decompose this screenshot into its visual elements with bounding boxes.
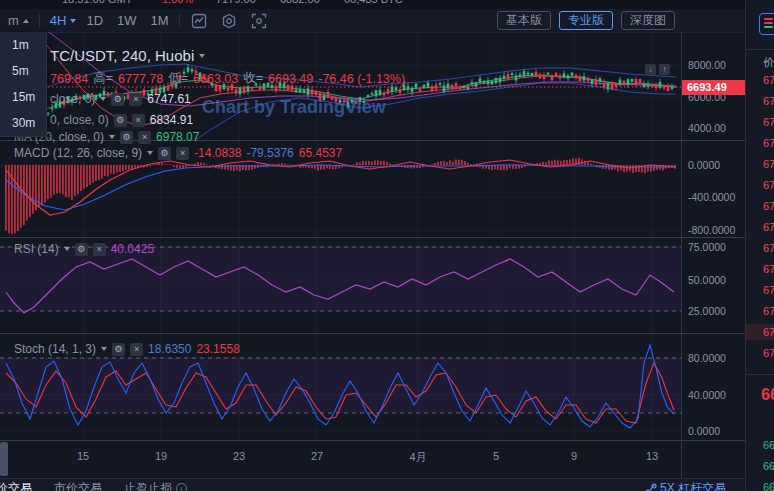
interval-option-30m[interactable]: 30m [0,110,46,136]
orderbook-ask-row[interactable]: 67 [746,198,774,214]
indicator-icon[interactable] [190,12,208,30]
orderbook-bid-row[interactable]: 66 [746,437,774,453]
close-icon[interactable]: × [132,114,145,127]
orderbook-ask-row[interactable]: 67 [746,114,774,130]
close-icon[interactable]: × [138,131,151,144]
ma2-legend: 0, close, 0) ⚙ × 6834.91 [50,113,193,127]
ticker-value: 6882.00 [280,0,320,5]
x-axis-scrollbar-handle[interactable] [0,442,8,476]
x-axis-tick: 15 [68,450,98,462]
trade-tab[interactable]: 限价交易 [0,480,32,491]
panel-divider [0,440,745,441]
y-axis-tick: 0.0000 [688,425,720,437]
arrow-up-badge-icon[interactable]: ↑ [659,64,670,75]
chevron-down-icon [70,19,76,23]
x-axis-tick: 5 [481,450,511,462]
gear-icon[interactable]: ⚙ [120,131,133,144]
settings-icon[interactable] [220,12,238,30]
chevron-down-icon [101,347,107,351]
ohlc-segment: 769.84 [50,72,88,86]
orderbook-bid-row[interactable]: 66 [746,458,774,474]
ohlc-readout: 769.84高=6777.78低=6663.03收=6693.49-76.46 … [50,70,405,87]
x-axis-tick: 4月 [403,450,433,465]
orderbook-ask-row[interactable]: 67 [746,219,774,235]
chevron-down-icon [109,135,115,139]
screenshot-icon[interactable] [250,12,268,30]
orderbook-ask-row[interactable]: 67 [746,93,774,109]
chevron-down-icon [100,97,106,101]
orderbook-ask-row[interactable]: 67 [746,261,774,277]
rsi-band [0,247,681,311]
view-button[interactable]: 基本版 [497,11,551,30]
symbol-title[interactable]: TC/USDT, 240, Huobi [50,47,205,64]
y-axis-tick: 4000.00 [688,122,726,134]
trade-tab[interactable]: 止盈止损i [124,480,187,491]
close-icon[interactable]: × [176,147,189,160]
ohlc-segment: 高= [93,70,113,87]
close-icon[interactable]: × [129,93,142,106]
orderbook-ask-row[interactable]: 67 [746,156,774,172]
gear-icon[interactable]: ⚙ [112,343,125,356]
close-icon[interactable]: × [93,243,106,256]
leverage-trade-link[interactable]: 5X 杠杆交易 [645,480,726,491]
orderbook-ask-row[interactable]: 67 [746,303,774,319]
panel-divider[interactable] [0,237,745,238]
gear-icon[interactable]: ⚙ [158,147,171,160]
interval-4h-button[interactable]: 4H [50,13,77,28]
gear-icon[interactable]: ⚙ [114,114,127,127]
orderbook-ask-row[interactable]: 67 [746,240,774,256]
interval-1m-button[interactable]: 1M [151,13,169,28]
orderbook-divider [746,374,774,375]
info-icon[interactable]: i [176,483,187,491]
ticker-value: 7179.00 [216,0,256,5]
orderbook-mode-button[interactable] [759,13,774,35]
interval-1d-button[interactable]: 1D [86,13,103,28]
gear-icon[interactable]: ⚙ [75,243,88,256]
panel-divider[interactable] [0,333,745,334]
chevron-down-icon [64,247,70,251]
ohlc-segment: 6693.49 [268,72,313,86]
y-axis-tick: 25.0000 [688,305,726,317]
orderbook-ask-row[interactable]: 67 [746,345,774,361]
arrow-down-badge-icon[interactable]: ↓ [645,64,656,75]
x-axis-tick: 27 [302,450,332,462]
y-axis-tick: -800.0000 [688,224,735,236]
tradingview-watermark: Chart by TradingView [202,97,386,118]
ohlc-segment: 低= [168,70,188,87]
interval-1w-button[interactable]: 1W [117,13,137,28]
orderbook-ask-row[interactable]: 67 [746,135,774,151]
view-button[interactable]: 深度图 [621,11,675,30]
y-axis-tick: 8000.00 [688,59,726,71]
orderbook-bid-row[interactable]: 66 [746,479,774,491]
orderbook-ask-row[interactable]: 67 [746,324,774,340]
toolbar-divider [179,14,180,28]
trade-tab-label: 止盈止损 [124,480,172,491]
x-axis-tick: 13 [637,450,667,462]
interval-option-5m[interactable]: 5m [0,58,46,84]
interval-option-1m[interactable]: 1m [0,32,46,58]
trade-tab-label: 限价交易 [0,480,32,491]
ohlc-segment: -76.46 (-1.13%) [318,72,405,86]
macd-signal-line [6,165,676,210]
interval-minutes-label: m [8,13,19,28]
interval-minutes-dropdown-button[interactable]: m [8,13,29,28]
orderbook-ask-row[interactable]: 67 [746,282,774,298]
x-axis-tick: 9 [559,450,589,462]
interval-dropdown-menu: 1m5m15m30m [0,32,47,137]
interval-option-15m[interactable]: 15m [0,84,46,110]
ohlc-segment: 6777.78 [118,72,163,86]
orderbook-ask-row[interactable]: 67 [746,72,774,88]
view-button[interactable]: 专业版 [559,11,613,30]
ohlc-segment: 6663.03 [193,72,238,86]
view-mode-buttons: 基本版专业版深度图 [497,11,675,30]
chart-marker-badges: ↓ ↑ [645,64,670,75]
y-axis-tick: 80.0000 [688,352,726,364]
x-axis-tick: 23 [224,450,254,462]
gear-icon[interactable]: ⚙ [111,93,124,106]
close-icon[interactable]: × [130,343,143,356]
chevron-down-icon [199,54,205,58]
macd-line [6,160,676,215]
ticker-row: 18:51:00 GMT1.00%7179.006882.0066,435 BT… [0,0,774,9]
trade-tab[interactable]: 市价交易 [54,480,102,491]
orderbook-ask-row[interactable]: 67 [746,177,774,193]
